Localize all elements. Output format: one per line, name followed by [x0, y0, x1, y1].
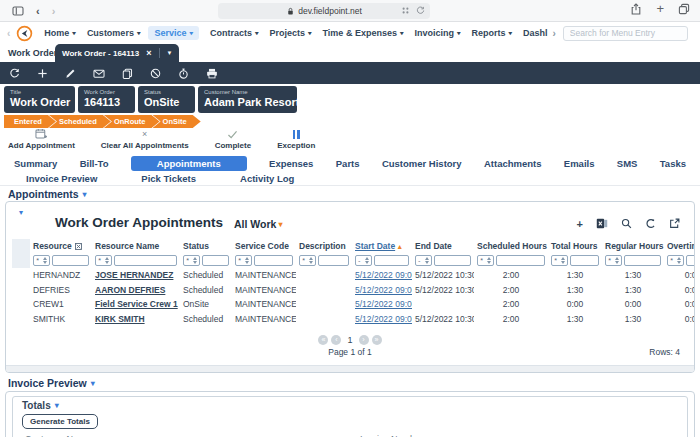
invoice-preview-section-header[interactable]: Invoice Preview ▾ [8, 377, 95, 389]
filter-operator[interactable]: * [551, 255, 568, 266]
stopwatch-icon[interactable] [178, 68, 189, 79]
start-date-link[interactable]: 5/12/2022 09:00 [355, 314, 412, 324]
nav-menu-home[interactable]: Home▾ [44, 28, 76, 38]
filter-input-overtime[interactable] [686, 255, 694, 266]
col-end-date[interactable]: End Date [412, 239, 474, 252]
page-prev-button[interactable]: ‹ [331, 335, 341, 345]
filter-operator[interactable]: * [33, 255, 50, 266]
grid-refresh-icon[interactable] [645, 218, 656, 229]
tab-sms[interactable]: SMS [617, 158, 638, 169]
filter-input-total-hours[interactable] [570, 255, 599, 266]
address-bar[interactable]: dev.fieldpoint.net [218, 3, 430, 19]
col-overtime[interactable]: Overtime [664, 239, 694, 252]
filter-input-regular-hours[interactable] [624, 255, 661, 266]
add-icon[interactable] [37, 68, 48, 79]
tab-bill-to[interactable]: Bill-To [80, 158, 109, 169]
start-date-link[interactable]: 5/12/2022 09:00 [355, 299, 412, 309]
view-filter-dropdown[interactable]: All Work ▾ [234, 218, 282, 230]
tab-summary[interactable]: Summary [14, 158, 57, 169]
complete-button[interactable]: Complete [215, 130, 251, 150]
workorder-tab[interactable]: Work Order - 164113 × ▼ [55, 44, 179, 62]
nav-menu-dashboards[interactable]: Dashl [523, 28, 548, 38]
workflow-stage-scheduled[interactable]: Scheduled [49, 115, 111, 128]
page-last-button[interactable]: » [372, 335, 382, 345]
clear-all-appointments-button[interactable]: × Clear All Appointments [101, 130, 189, 150]
menu-search-input[interactable] [563, 26, 688, 41]
excel-export-icon[interactable] [596, 218, 608, 229]
nav-menu-reports[interactable]: Reports▾ [471, 28, 512, 38]
workflow-stage-onsite[interactable]: OnSite [153, 115, 201, 128]
copy-icon[interactable] [122, 68, 133, 79]
col-resource[interactable]: Resource [30, 239, 92, 252]
tab-appointments[interactable]: Appointments [131, 156, 247, 171]
new-tab-icon[interactable]: + [656, 4, 664, 14]
filter-input-start-date[interactable] [374, 255, 409, 266]
filter-operator[interactable]: - [355, 255, 372, 266]
filter-input-scheduled-hours[interactable] [496, 255, 545, 266]
exception-button[interactable]: Exception [277, 130, 315, 150]
sidebar-icon[interactable] [12, 5, 24, 17]
col-description[interactable]: Description [296, 239, 352, 252]
col-regular-hours[interactable]: Regular Hours [602, 239, 664, 252]
close-tab-icon[interactable]: × [146, 48, 151, 58]
tab-activity-log[interactable]: Activity Log [240, 173, 294, 184]
filter-operator[interactable]: - [415, 255, 432, 266]
browser-forward-icon[interactable]: › [52, 5, 56, 17]
filter-operator[interactable]: * [605, 255, 622, 266]
col-scheduled-hours[interactable]: Scheduled Hours [474, 239, 548, 252]
open-external-icon[interactable] [669, 218, 680, 229]
col-total-hours[interactable]: Total Hours [548, 239, 602, 252]
tab-dropdown-icon[interactable]: ▼ [167, 50, 173, 56]
panel-collapse-icon[interactable]: ▾ [19, 208, 23, 217]
tab-overview-icon[interactable] [678, 3, 690, 15]
nav-menu-projects[interactable]: Projects▾ [269, 28, 311, 38]
nav-menu-customers[interactable]: Customers▾ [87, 28, 141, 38]
start-date-link[interactable]: 5/12/2022 09:00 [355, 285, 412, 295]
filter-operator[interactable]: * [235, 255, 252, 266]
nav-menu-invoicing[interactable]: Invoicing▾ [414, 28, 460, 38]
column-select-icon[interactable] [75, 243, 82, 250]
resource-name-link[interactable]: KIRK SMITH [95, 314, 145, 324]
filter-operator[interactable]: * [95, 255, 112, 266]
email-icon[interactable] [93, 68, 105, 79]
nav-scroll-left-icon[interactable]: ‹ [7, 28, 10, 39]
fieldpoint-logo[interactable] [16, 25, 33, 42]
grid-search-icon[interactable] [621, 218, 632, 229]
page-next-button[interactable]: › [359, 335, 369, 345]
filter-input-end-date[interactable] [434, 255, 471, 266]
tab-pick-tickets[interactable]: Pick Tickets [141, 173, 196, 184]
filter-operator[interactable]: * [299, 255, 316, 266]
col-service-code[interactable]: Service Code [232, 239, 296, 252]
resource-name-link[interactable]: AARON DEFRIES [95, 285, 165, 295]
nav-menu-service[interactable]: Service▾ [148, 26, 199, 40]
workflow-stage-entered[interactable]: Entered [4, 115, 56, 128]
filter-input-description[interactable] [318, 255, 349, 266]
tab-emails[interactable]: Emails [564, 158, 595, 169]
print-icon[interactable] [206, 68, 218, 79]
add-appointment-button[interactable]: Add Appointment [8, 128, 75, 150]
resource-name-link[interactable]: Field Service Crew 1 [95, 299, 178, 309]
tab-customer-history[interactable]: Customer History [382, 158, 462, 169]
col-start-date[interactable]: Start Date▲ [352, 239, 412, 252]
refresh-icon[interactable] [9, 68, 20, 79]
nav-scroll-right-icon[interactable]: › [553, 28, 556, 39]
appointments-section-header[interactable]: Appointments ▾ [8, 188, 87, 200]
grid-add-icon[interactable]: + [577, 219, 583, 229]
nav-menu-time-expenses[interactable]: Time & Expenses▾ [323, 28, 404, 38]
reload-icon[interactable] [416, 6, 425, 15]
nav-menu-contracts[interactable]: Contracts▾ [210, 28, 259, 38]
col-resource-name[interactable]: Resource Name [92, 239, 180, 252]
tab-attachments[interactable]: Attachments [484, 158, 542, 169]
filter-input-status[interactable] [202, 255, 229, 266]
extension-icon[interactable] [401, 6, 410, 15]
filter-operator[interactable]: * [477, 255, 494, 266]
tab-invoice-preview[interactable]: Invoice Preview [26, 173, 97, 184]
generate-totals-button[interactable]: Generate Totals [22, 414, 98, 429]
tab-expenses[interactable]: Expenses [269, 158, 313, 169]
filter-operator[interactable]: * [183, 255, 200, 266]
workflow-stage-onroute[interactable]: OnRoute [104, 115, 160, 128]
filter-input-resource[interactable] [52, 255, 89, 266]
cancel-icon[interactable] [150, 68, 161, 79]
totals-section-header[interactable]: Totals ▾ [22, 400, 59, 411]
page-first-button[interactable]: « [318, 335, 328, 345]
